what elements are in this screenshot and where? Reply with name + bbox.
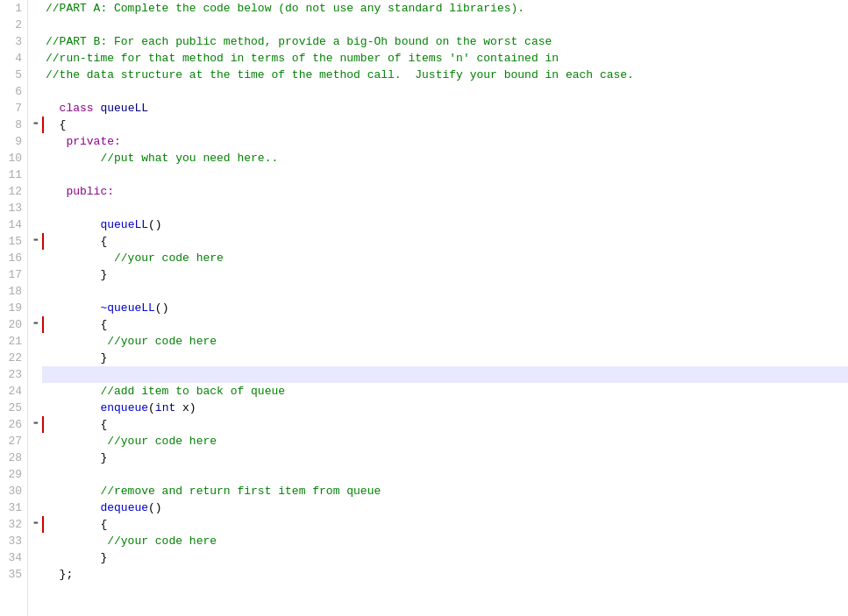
fold-marker xyxy=(28,533,42,549)
fold-marker xyxy=(28,183,42,200)
code-line xyxy=(42,466,848,483)
fold-marker[interactable]: ⁃ xyxy=(28,316,42,333)
code-line xyxy=(42,283,848,300)
code-line: } xyxy=(42,549,848,566)
fold-marker xyxy=(28,83,42,100)
code-line: private: xyxy=(42,133,848,150)
fold-marker xyxy=(28,499,42,516)
fold-marker[interactable]: ⁃ xyxy=(28,516,42,533)
code-line: } xyxy=(42,266,848,283)
line-number: 13 xyxy=(4,200,22,216)
line-number: 24 xyxy=(4,383,22,400)
line-number: 12 xyxy=(4,183,22,200)
line-number: 20 xyxy=(4,316,22,333)
fold-marker xyxy=(28,67,42,83)
fold-marker xyxy=(28,100,42,117)
line-number: 7 xyxy=(4,100,22,117)
fold-marker xyxy=(28,250,42,266)
fold-marker xyxy=(28,549,42,566)
line-number: 26 xyxy=(4,416,22,433)
code-line: //your code here xyxy=(42,250,848,266)
code-line: } xyxy=(42,350,848,366)
code-line: //the data structure at the time of the … xyxy=(42,67,848,83)
code-line: ~queueLL() xyxy=(42,300,848,316)
line-number: 34 xyxy=(4,549,22,566)
fold-marker xyxy=(28,300,42,316)
line-number: 29 xyxy=(4,466,22,483)
line-number: 15 xyxy=(4,233,22,250)
line-number: 22 xyxy=(4,350,22,366)
fold-marker xyxy=(28,133,42,150)
code-line: { xyxy=(42,233,848,250)
code-line xyxy=(42,200,848,216)
fold-marker[interactable]: ⁃ xyxy=(28,233,42,250)
fold-marker xyxy=(28,383,42,400)
code-line: public: xyxy=(42,183,848,200)
line-number: 27 xyxy=(4,433,22,450)
fold-marker xyxy=(28,466,42,483)
code-line: //PART A: Complete the code below (do no… xyxy=(42,0,848,17)
fold-marker xyxy=(28,50,42,67)
line-number: 30 xyxy=(4,483,22,499)
fold-marker xyxy=(28,216,42,233)
fold-marker xyxy=(28,483,42,499)
fold-marker[interactable]: ⁃ xyxy=(28,416,42,433)
fold-marker xyxy=(28,283,42,300)
code-line: //your code here xyxy=(42,533,848,549)
line-number: 6 xyxy=(4,83,22,100)
fold-marker xyxy=(28,17,42,33)
code-line: } xyxy=(42,450,848,466)
line-numbers: 1234567891011121314151617181920212223242… xyxy=(0,0,28,616)
line-number: 32 xyxy=(4,516,22,533)
fold-marker xyxy=(28,200,42,216)
fold-marker xyxy=(28,400,42,416)
line-number: 21 xyxy=(4,333,22,350)
fold-marker xyxy=(28,350,42,366)
line-number: 9 xyxy=(4,133,22,150)
line-number: 11 xyxy=(4,166,22,183)
fold-marker xyxy=(28,266,42,283)
fold-marker xyxy=(28,150,42,166)
line-number: 1 xyxy=(4,0,22,17)
code-line: enqueue(int x) xyxy=(42,400,848,416)
code-line xyxy=(42,17,848,33)
fold-marker xyxy=(28,566,42,583)
code-line: //your code here xyxy=(42,433,848,450)
line-number: 19 xyxy=(4,300,22,316)
line-number: 3 xyxy=(4,33,22,50)
code-line: { xyxy=(42,316,848,333)
line-number: 4 xyxy=(4,50,22,67)
code-line: dequeue() xyxy=(42,499,848,516)
code-line: //add item to back of queue xyxy=(42,383,848,400)
line-number: 10 xyxy=(4,150,22,166)
code-line xyxy=(42,366,848,383)
fold-marker xyxy=(28,433,42,450)
code-line xyxy=(42,83,848,100)
line-number: 33 xyxy=(4,533,22,549)
line-number: 28 xyxy=(4,450,22,466)
line-number: 23 xyxy=(4,366,22,383)
code-line: //remove and return first item from queu… xyxy=(42,483,848,499)
fold-marker[interactable]: ⁃ xyxy=(28,117,42,133)
code-area[interactable]: ⁃⁃⁃⁃⁃//PART A: Complete the code below (… xyxy=(28,0,848,616)
fold-marker xyxy=(28,366,42,383)
fold-gutter: ⁃⁃⁃⁃⁃ xyxy=(28,0,42,616)
code-line: //your code here xyxy=(42,333,848,350)
fold-marker xyxy=(28,0,42,17)
fold-marker xyxy=(28,333,42,350)
line-number: 31 xyxy=(4,499,22,516)
code-line: //put what you need here.. xyxy=(42,150,848,166)
line-number: 14 xyxy=(4,216,22,233)
line-number: 5 xyxy=(4,67,22,83)
line-number: 18 xyxy=(4,283,22,300)
code-line: { xyxy=(42,416,848,433)
line-number: 17 xyxy=(4,266,22,283)
code-line: queueLL() xyxy=(42,216,848,233)
line-number: 25 xyxy=(4,400,22,416)
fold-marker xyxy=(28,33,42,50)
code-line: { xyxy=(42,516,848,533)
line-number: 16 xyxy=(4,250,22,266)
code-line: class queueLL xyxy=(42,100,848,117)
line-number: 2 xyxy=(4,17,22,33)
code-line: }; xyxy=(42,566,848,583)
